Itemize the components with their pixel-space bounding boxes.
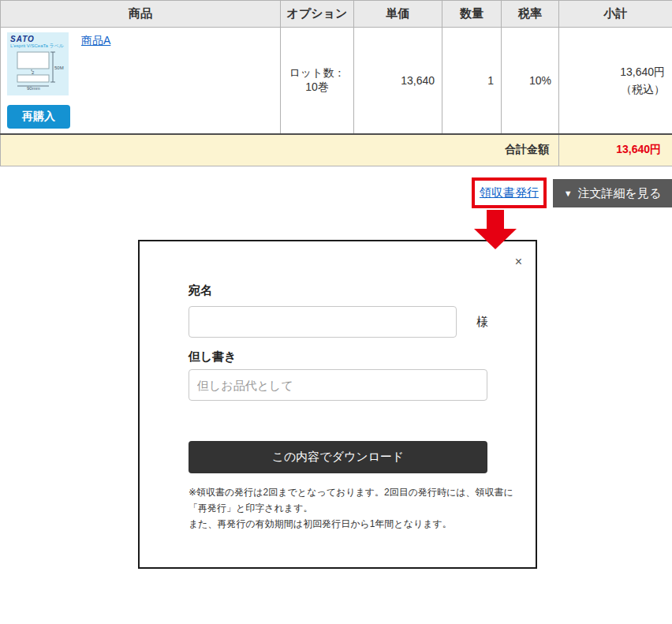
- svg-text:2: 2: [32, 70, 35, 75]
- unit-price-cell: 13,640: [354, 28, 442, 135]
- order-details-label: 注文詳細を見る: [578, 186, 662, 201]
- total-row: 合計金額 13,640円: [1, 134, 672, 166]
- atena-suffix: 様: [476, 315, 488, 330]
- total-amount: 13,640円: [559, 134, 672, 166]
- repurchase-button[interactable]: 再購入: [7, 105, 70, 129]
- triangle-down-icon: ▼: [564, 189, 573, 198]
- svg-text:50M: 50M: [54, 65, 64, 70]
- note-line: ※領収書の発行は2回までとなっております。2回目の発行時には、領収書に: [189, 484, 513, 500]
- atena-input[interactable]: [189, 306, 457, 338]
- col-header-unit-price: 単価: [354, 1, 442, 28]
- col-header-tax-rate: 税率: [502, 1, 559, 28]
- col-header-product: 商品: [1, 1, 281, 28]
- download-button[interactable]: この内容でダウンロード: [189, 441, 487, 473]
- close-icon[interactable]: ×: [515, 256, 522, 268]
- svg-text:90mm: 90mm: [27, 86, 40, 90]
- product-link[interactable]: 商品A: [81, 34, 110, 48]
- option-cell: ロット数：10巻: [281, 28, 354, 135]
- product-image-series: L'esprit V/SCeaTa ラベル: [10, 43, 67, 49]
- order-summary-table: 商品 オプション 単価 数量 税率 小計 SATO L'esprit V/SCe…: [0, 0, 672, 166]
- table-row: SATO L'esprit V/SCeaTa ラベル 2 50M: [1, 28, 672, 135]
- product-image: SATO L'esprit V/SCeaTa ラベル 2 50M: [7, 32, 69, 95]
- receipt-link-highlight-box: 領収書発行: [472, 177, 547, 208]
- subtotal-cell: 13,640円 （税込）: [559, 28, 672, 135]
- col-header-subtotal: 小計: [559, 1, 672, 28]
- product-image-brand: SATO: [10, 35, 67, 43]
- note-line: また、再発行の有効期間は初回発行日から1年間となります。: [189, 516, 513, 532]
- quantity-cell: 1: [442, 28, 502, 135]
- total-label: 合計金額: [1, 134, 559, 166]
- subtotal-amount: 13,640円: [566, 63, 665, 80]
- order-details-button[interactable]: ▼ 注文詳細を見る: [553, 179, 672, 207]
- red-arrow-shaft: [487, 210, 504, 230]
- product-cell: SATO L'esprit V/SCeaTa ラベル 2 50M: [1, 28, 281, 135]
- tax-rate-cell: 10%: [502, 28, 559, 135]
- note-line: 「再発行」と印字されます。: [189, 500, 513, 516]
- table-header-row: 商品 オプション 単価 数量 税率 小計: [1, 1, 672, 28]
- subtotal-tax-note: （税込）: [566, 80, 665, 98]
- tadashigaki-input[interactable]: [189, 369, 487, 401]
- col-header-quantity: 数量: [442, 1, 502, 28]
- receipt-issue-link[interactable]: 領収書発行: [480, 185, 539, 200]
- red-arrow-head: [474, 229, 517, 249]
- label-dimensions-diagram: 2 50M 90mm: [10, 50, 64, 90]
- receipt-note: ※領収書の発行は2回までとなっております。2回目の発行時には、領収書に 「再発行…: [189, 484, 513, 532]
- atena-label: 宛名: [189, 283, 212, 298]
- tadashigaki-label: 但し書き: [189, 349, 237, 364]
- receipt-modal: × 宛名 様 但し書き この内容でダウンロード ※領収書の発行は2回までとなって…: [138, 240, 537, 569]
- col-header-option: オプション: [281, 1, 354, 28]
